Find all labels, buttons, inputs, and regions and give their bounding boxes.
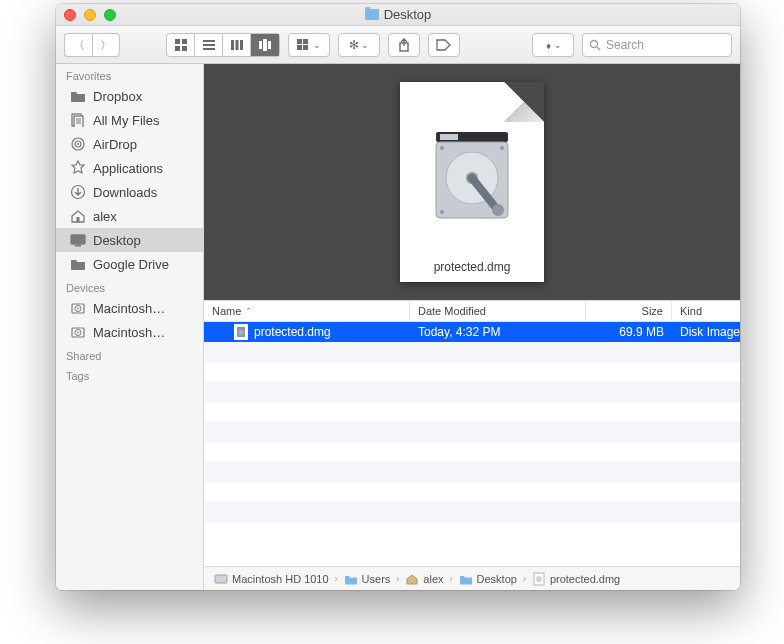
table-row-empty (204, 422, 740, 442)
svg-line-19 (597, 47, 600, 50)
chevron-right-icon: › (396, 574, 399, 584)
titlebar: Desktop (56, 4, 740, 26)
svg-point-44 (492, 204, 504, 216)
view-icon-button[interactable] (167, 34, 195, 56)
window-title-text: Desktop (384, 7, 432, 22)
coverflow-preview[interactable]: protected.dmg (204, 64, 740, 300)
doc-icon (532, 573, 546, 585)
svg-point-50 (536, 576, 542, 582)
view-list-button[interactable] (195, 34, 223, 56)
sidebar-item[interactable]: Downloads (56, 180, 203, 204)
sidebar: FavoritesDropboxAll My FilesAirDropAppli… (56, 64, 204, 590)
chevron-right-icon: › (335, 574, 338, 584)
table-row-empty (204, 402, 740, 422)
preview-document[interactable]: protected.dmg (400, 82, 544, 282)
arrange-button[interactable]: ⌄ (288, 33, 330, 57)
svg-rect-11 (263, 39, 267, 51)
table-row-empty (204, 442, 740, 462)
sidebar-item[interactable]: alex (56, 204, 203, 228)
sidebar-item-label: Macintosh… (93, 325, 165, 340)
hdd-icon (70, 324, 86, 340)
folder-icon (365, 9, 379, 20)
airdrop-icon (70, 136, 86, 152)
column-size[interactable]: Size (586, 301, 672, 321)
dropbox-button[interactable]: ⬧⌄ (532, 33, 574, 57)
main-pane: protected.dmg Name ⌃ Date Modified Size … (204, 64, 740, 590)
svg-rect-32 (75, 245, 81, 247)
sidebar-item[interactable]: Macintosh… (56, 320, 203, 344)
apps-icon (70, 160, 86, 176)
preview-filename: protected.dmg (400, 254, 544, 282)
svg-rect-14 (303, 39, 308, 44)
close-button[interactable] (64, 9, 76, 21)
sidebar-section-heading: Devices (56, 276, 203, 296)
path-item[interactable]: Macintosh HD 1010 (214, 573, 329, 585)
sidebar-item[interactable]: AirDrop (56, 132, 203, 156)
svg-point-45 (440, 146, 444, 150)
svg-rect-12 (268, 41, 271, 49)
sidebar-item-label: Applications (93, 161, 163, 176)
column-date[interactable]: Date Modified (410, 301, 586, 321)
sidebar-item-label: AirDrop (93, 137, 137, 152)
sidebar-item-label: Macintosh… (93, 301, 165, 316)
svg-rect-40 (440, 134, 458, 140)
action-button[interactable]: ✻⌄ (338, 33, 380, 57)
chevron-right-icon: › (450, 574, 453, 584)
folder-icon (459, 573, 473, 585)
svg-rect-5 (203, 44, 215, 46)
toolbar: 〈 〉 ⌄ ✻⌄ (56, 26, 740, 64)
path-item[interactable]: protected.dmg (532, 573, 620, 585)
nav-buttons: 〈 〉 (64, 33, 120, 57)
sidebar-item-label: alex (93, 209, 117, 224)
column-headers: Name ⌃ Date Modified Size Kind (204, 300, 740, 322)
sidebar-item-label: Google Drive (93, 257, 169, 272)
table-row[interactable]: protected.dmg Today, 4:32 PM 69.9 MB Dis… (204, 322, 740, 342)
sidebar-item[interactable]: Google Drive (56, 252, 203, 276)
downloads-icon (70, 184, 86, 200)
svg-rect-10 (259, 41, 262, 49)
sidebar-item-label: Downloads (93, 185, 157, 200)
back-button[interactable]: 〈 (64, 33, 92, 57)
zoom-button[interactable] (104, 9, 116, 21)
column-name[interactable]: Name ⌃ (204, 301, 410, 321)
share-button[interactable] (388, 33, 420, 57)
svg-rect-29 (77, 217, 80, 222)
sidebar-item[interactable]: Applications (56, 156, 203, 180)
svg-point-27 (77, 143, 79, 145)
column-kind[interactable]: Kind (672, 301, 740, 321)
sidebar-item[interactable]: Macintosh… (56, 296, 203, 320)
sidebar-item[interactable]: Dropbox (56, 84, 203, 108)
view-switcher (166, 33, 280, 57)
window-controls (64, 9, 116, 21)
sidebar-item[interactable]: Desktop (56, 228, 203, 252)
sidebar-item[interactable]: All My Files (56, 108, 203, 132)
sidebar-item-label: All My Files (93, 113, 159, 128)
svg-rect-48 (215, 575, 227, 583)
forward-button[interactable]: 〉 (92, 33, 120, 57)
cell-size: 69.9 MB (586, 325, 672, 339)
view-column-button[interactable] (223, 34, 251, 56)
path-item[interactable]: Desktop (459, 573, 517, 585)
disk-image-icon (430, 128, 514, 228)
svg-point-38 (77, 332, 79, 334)
home-icon (405, 573, 419, 585)
file-list[interactable]: protected.dmg Today, 4:32 PM 69.9 MB Dis… (204, 322, 740, 566)
view-coverflow-button[interactable] (251, 34, 279, 56)
sidebar-section-heading: Tags (56, 364, 203, 384)
path-label: protected.dmg (550, 573, 620, 585)
minimize-button[interactable] (84, 9, 96, 21)
path-item[interactable]: alex (405, 573, 443, 585)
search-field[interactable]: Search (582, 33, 732, 57)
svg-rect-13 (297, 39, 302, 44)
search-placeholder: Search (606, 38, 644, 52)
folder-icon (344, 573, 358, 585)
desktop-icon (70, 232, 86, 248)
svg-rect-7 (231, 40, 234, 50)
svg-rect-2 (175, 46, 180, 51)
svg-rect-16 (303, 45, 308, 50)
tags-button[interactable] (428, 33, 460, 57)
cell-name: protected.dmg (204, 324, 410, 340)
path-item[interactable]: Users (344, 573, 391, 585)
tag-icon (436, 39, 452, 51)
svg-point-46 (500, 146, 504, 150)
